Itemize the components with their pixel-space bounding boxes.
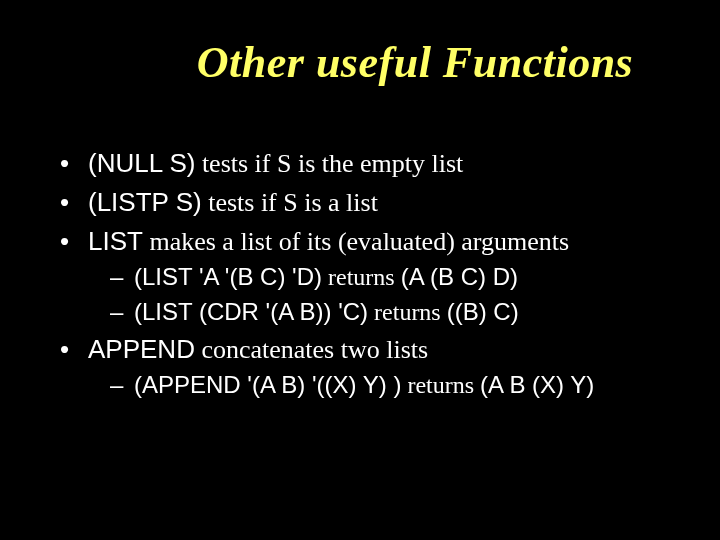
prose-span: concatenates two lists <box>195 335 428 364</box>
code-span: (LIST (CDR '(A B)) 'C) <box>134 298 368 325</box>
prose-span: returns <box>322 264 401 290</box>
list-item: (NULL S) tests if S is the empty list <box>60 146 700 181</box>
list-item: LIST makes a list of its (evaluated) arg… <box>60 224 700 328</box>
slide: Other useful Functions (NULL S) tests if… <box>0 0 720 540</box>
code-span: (LISTP S) <box>88 187 202 217</box>
code-span: (LIST 'A '(B C) 'D) <box>134 263 322 290</box>
bullet-list: (NULL S) tests if S is the empty list (L… <box>60 146 700 402</box>
prose-span: tests if S is the empty list <box>195 149 463 178</box>
code-span: (A B (X) Y) <box>480 371 594 398</box>
code-span: LIST <box>88 226 143 256</box>
code-span: ((B) C) <box>447 298 519 325</box>
code-span: (APPEND '(A B) '((X) Y) ) <box>134 371 401 398</box>
prose-span: tests if S is a list <box>202 188 378 217</box>
sub-list: (APPEND '(A B) '((X) Y) ) returns (A B (… <box>88 369 700 401</box>
prose-span: makes a list of its (evaluated) argument… <box>143 227 569 256</box>
sub-list: (LIST 'A '(B C) 'D) returns (A (B C) D) … <box>88 261 700 328</box>
list-item: (LISTP S) tests if S is a list <box>60 185 700 220</box>
list-item: (APPEND '(A B) '((X) Y) ) returns (A B (… <box>88 369 700 401</box>
slide-content: (NULL S) tests if S is the empty list (L… <box>60 146 700 402</box>
prose-span: returns <box>368 299 447 325</box>
code-span: APPEND <box>88 334 195 364</box>
code-span: (A (B C) D) <box>401 263 518 290</box>
list-item: APPEND concatenates two lists (APPEND '(… <box>60 332 700 401</box>
slide-title: Other useful Functions <box>160 40 670 86</box>
list-item: (LIST (CDR '(A B)) 'C) returns ((B) C) <box>88 296 700 328</box>
list-item: (LIST 'A '(B C) 'D) returns (A (B C) D) <box>88 261 700 293</box>
prose-span: returns <box>401 372 480 398</box>
code-span: (NULL S) <box>88 148 195 178</box>
